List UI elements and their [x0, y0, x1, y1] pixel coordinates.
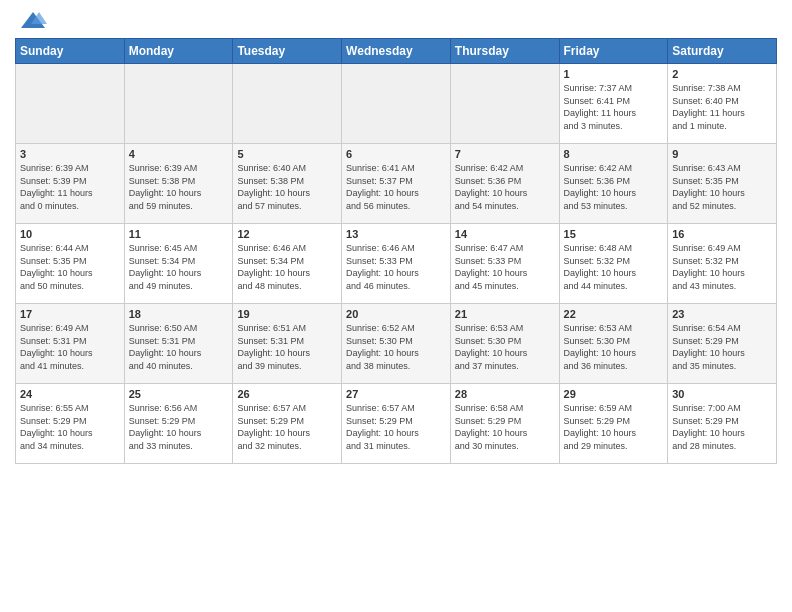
- calendar-weekday-sunday: Sunday: [16, 39, 125, 64]
- day-info: Sunrise: 6:47 AM Sunset: 5:33 PM Dayligh…: [455, 242, 555, 292]
- day-info: Sunrise: 6:52 AM Sunset: 5:30 PM Dayligh…: [346, 322, 446, 372]
- day-info: Sunrise: 6:41 AM Sunset: 5:37 PM Dayligh…: [346, 162, 446, 212]
- calendar-cell: 14Sunrise: 6:47 AM Sunset: 5:33 PM Dayli…: [450, 224, 559, 304]
- calendar-cell: 23Sunrise: 6:54 AM Sunset: 5:29 PM Dayli…: [668, 304, 777, 384]
- calendar-cell: 28Sunrise: 6:58 AM Sunset: 5:29 PM Dayli…: [450, 384, 559, 464]
- day-number: 14: [455, 228, 555, 240]
- calendar-cell: 20Sunrise: 6:52 AM Sunset: 5:30 PM Dayli…: [342, 304, 451, 384]
- calendar-cell: [124, 64, 233, 144]
- day-info: Sunrise: 6:55 AM Sunset: 5:29 PM Dayligh…: [20, 402, 120, 452]
- calendar-cell: 16Sunrise: 6:49 AM Sunset: 5:32 PM Dayli…: [668, 224, 777, 304]
- day-info: Sunrise: 7:00 AM Sunset: 5:29 PM Dayligh…: [672, 402, 772, 452]
- day-info: Sunrise: 7:37 AM Sunset: 6:41 PM Dayligh…: [564, 82, 664, 132]
- day-number: 11: [129, 228, 229, 240]
- calendar-cell: 30Sunrise: 7:00 AM Sunset: 5:29 PM Dayli…: [668, 384, 777, 464]
- calendar-cell: 7Sunrise: 6:42 AM Sunset: 5:36 PM Daylig…: [450, 144, 559, 224]
- calendar-week-5: 24Sunrise: 6:55 AM Sunset: 5:29 PM Dayli…: [16, 384, 777, 464]
- day-number: 26: [237, 388, 337, 400]
- day-info: Sunrise: 6:58 AM Sunset: 5:29 PM Dayligh…: [455, 402, 555, 452]
- day-number: 7: [455, 148, 555, 160]
- calendar-cell: 4Sunrise: 6:39 AM Sunset: 5:38 PM Daylig…: [124, 144, 233, 224]
- calendar-cell: 29Sunrise: 6:59 AM Sunset: 5:29 PM Dayli…: [559, 384, 668, 464]
- page-header: [15, 10, 777, 32]
- day-info: Sunrise: 6:48 AM Sunset: 5:32 PM Dayligh…: [564, 242, 664, 292]
- calendar-cell: 24Sunrise: 6:55 AM Sunset: 5:29 PM Dayli…: [16, 384, 125, 464]
- calendar-cell: 22Sunrise: 6:53 AM Sunset: 5:30 PM Dayli…: [559, 304, 668, 384]
- calendar-cell: 2Sunrise: 7:38 AM Sunset: 6:40 PM Daylig…: [668, 64, 777, 144]
- day-number: 24: [20, 388, 120, 400]
- day-info: Sunrise: 6:44 AM Sunset: 5:35 PM Dayligh…: [20, 242, 120, 292]
- day-info: Sunrise: 6:53 AM Sunset: 5:30 PM Dayligh…: [564, 322, 664, 372]
- day-number: 22: [564, 308, 664, 320]
- day-info: Sunrise: 6:54 AM Sunset: 5:29 PM Dayligh…: [672, 322, 772, 372]
- day-info: Sunrise: 6:42 AM Sunset: 5:36 PM Dayligh…: [455, 162, 555, 212]
- calendar-cell: 10Sunrise: 6:44 AM Sunset: 5:35 PM Dayli…: [16, 224, 125, 304]
- calendar-week-2: 3Sunrise: 6:39 AM Sunset: 5:39 PM Daylig…: [16, 144, 777, 224]
- calendar-cell: 21Sunrise: 6:53 AM Sunset: 5:30 PM Dayli…: [450, 304, 559, 384]
- day-info: Sunrise: 6:56 AM Sunset: 5:29 PM Dayligh…: [129, 402, 229, 452]
- calendar-cell: 9Sunrise: 6:43 AM Sunset: 5:35 PM Daylig…: [668, 144, 777, 224]
- day-number: 2: [672, 68, 772, 80]
- day-number: 28: [455, 388, 555, 400]
- calendar-weekday-saturday: Saturday: [668, 39, 777, 64]
- calendar-cell: 12Sunrise: 6:46 AM Sunset: 5:34 PM Dayli…: [233, 224, 342, 304]
- day-number: 4: [129, 148, 229, 160]
- calendar-weekday-tuesday: Tuesday: [233, 39, 342, 64]
- calendar-cell: 17Sunrise: 6:49 AM Sunset: 5:31 PM Dayli…: [16, 304, 125, 384]
- calendar-cell: 6Sunrise: 6:41 AM Sunset: 5:37 PM Daylig…: [342, 144, 451, 224]
- calendar-cell: 13Sunrise: 6:46 AM Sunset: 5:33 PM Dayli…: [342, 224, 451, 304]
- day-info: Sunrise: 6:57 AM Sunset: 5:29 PM Dayligh…: [346, 402, 446, 452]
- calendar-cell: 1Sunrise: 7:37 AM Sunset: 6:41 PM Daylig…: [559, 64, 668, 144]
- day-number: 29: [564, 388, 664, 400]
- day-info: Sunrise: 6:51 AM Sunset: 5:31 PM Dayligh…: [237, 322, 337, 372]
- calendar-cell: [342, 64, 451, 144]
- logo-icon: [19, 10, 47, 32]
- day-number: 18: [129, 308, 229, 320]
- day-info: Sunrise: 6:39 AM Sunset: 5:39 PM Dayligh…: [20, 162, 120, 212]
- day-number: 5: [237, 148, 337, 160]
- day-info: Sunrise: 6:45 AM Sunset: 5:34 PM Dayligh…: [129, 242, 229, 292]
- day-info: Sunrise: 7:38 AM Sunset: 6:40 PM Dayligh…: [672, 82, 772, 132]
- calendar-cell: 18Sunrise: 6:50 AM Sunset: 5:31 PM Dayli…: [124, 304, 233, 384]
- day-number: 1: [564, 68, 664, 80]
- day-number: 12: [237, 228, 337, 240]
- calendar-cell: 11Sunrise: 6:45 AM Sunset: 5:34 PM Dayli…: [124, 224, 233, 304]
- day-info: Sunrise: 6:59 AM Sunset: 5:29 PM Dayligh…: [564, 402, 664, 452]
- day-number: 8: [564, 148, 664, 160]
- calendar-cell: 3Sunrise: 6:39 AM Sunset: 5:39 PM Daylig…: [16, 144, 125, 224]
- day-number: 27: [346, 388, 446, 400]
- day-info: Sunrise: 6:42 AM Sunset: 5:36 PM Dayligh…: [564, 162, 664, 212]
- calendar-cell: 27Sunrise: 6:57 AM Sunset: 5:29 PM Dayli…: [342, 384, 451, 464]
- day-number: 19: [237, 308, 337, 320]
- calendar-cell: [450, 64, 559, 144]
- day-info: Sunrise: 6:46 AM Sunset: 5:33 PM Dayligh…: [346, 242, 446, 292]
- calendar-week-1: 1Sunrise: 7:37 AM Sunset: 6:41 PM Daylig…: [16, 64, 777, 144]
- calendar-weekday-wednesday: Wednesday: [342, 39, 451, 64]
- calendar-weekday-thursday: Thursday: [450, 39, 559, 64]
- day-info: Sunrise: 6:46 AM Sunset: 5:34 PM Dayligh…: [237, 242, 337, 292]
- day-info: Sunrise: 6:40 AM Sunset: 5:38 PM Dayligh…: [237, 162, 337, 212]
- day-info: Sunrise: 6:50 AM Sunset: 5:31 PM Dayligh…: [129, 322, 229, 372]
- calendar-cell: 25Sunrise: 6:56 AM Sunset: 5:29 PM Dayli…: [124, 384, 233, 464]
- day-info: Sunrise: 6:57 AM Sunset: 5:29 PM Dayligh…: [237, 402, 337, 452]
- day-number: 10: [20, 228, 120, 240]
- day-info: Sunrise: 6:39 AM Sunset: 5:38 PM Dayligh…: [129, 162, 229, 212]
- calendar-week-4: 17Sunrise: 6:49 AM Sunset: 5:31 PM Dayli…: [16, 304, 777, 384]
- calendar-cell: 26Sunrise: 6:57 AM Sunset: 5:29 PM Dayli…: [233, 384, 342, 464]
- calendar-cell: 5Sunrise: 6:40 AM Sunset: 5:38 PM Daylig…: [233, 144, 342, 224]
- day-info: Sunrise: 6:43 AM Sunset: 5:35 PM Dayligh…: [672, 162, 772, 212]
- logo: [15, 10, 47, 32]
- calendar-cell: 8Sunrise: 6:42 AM Sunset: 5:36 PM Daylig…: [559, 144, 668, 224]
- day-number: 20: [346, 308, 446, 320]
- day-number: 6: [346, 148, 446, 160]
- day-number: 15: [564, 228, 664, 240]
- day-number: 30: [672, 388, 772, 400]
- calendar-weekday-friday: Friday: [559, 39, 668, 64]
- day-number: 3: [20, 148, 120, 160]
- calendar-weekday-monday: Monday: [124, 39, 233, 64]
- calendar-cell: 15Sunrise: 6:48 AM Sunset: 5:32 PM Dayli…: [559, 224, 668, 304]
- day-number: 21: [455, 308, 555, 320]
- calendar-cell: [16, 64, 125, 144]
- day-number: 13: [346, 228, 446, 240]
- day-info: Sunrise: 6:53 AM Sunset: 5:30 PM Dayligh…: [455, 322, 555, 372]
